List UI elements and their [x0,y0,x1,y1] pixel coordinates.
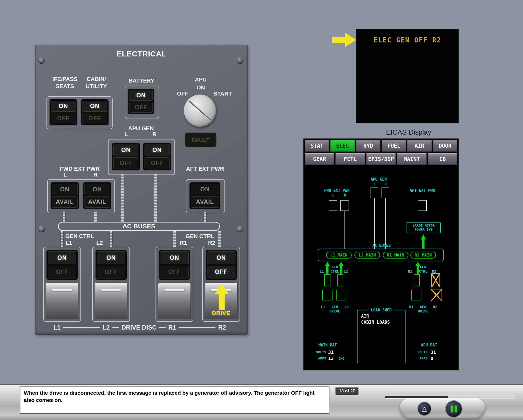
eject-button[interactable]: △ [418,402,431,416]
tab-gear[interactable]: GEAR [305,153,334,165]
tab-maint[interactable]: MAINT [397,153,426,165]
syn-power-flow-arrow [421,234,426,249]
syn-fwd-r: R [340,193,350,197]
advisory-display: ELEC GEN OFF R2 [356,29,459,123]
syn-main-volts-label: VOLTS [311,350,326,354]
aft-avail-legend: AVAIL [191,196,219,208]
large-motor-line2: POWER SYS [415,228,433,232]
apu-selector-knob[interactable] [184,95,216,127]
syn-large-motor-power-box: LARGE MOTOR POWER SYS [407,222,441,233]
syn-l2-generator [336,290,346,300]
syn-r2-generator-failed [431,289,442,301]
syn-aft-ext-pwr-label: AFT EXT PWR [405,188,440,193]
screw-icon [38,226,45,232]
r2-off-legend-lit: OFF [207,266,235,279]
apu-gen-l-on-legend: ON [113,144,138,156]
syn-fwd-ext-pwr-label: FWD EXT PWR [319,188,355,193]
apu-start-position-label: START [209,90,237,97]
gen-ctrl-left-label: GEN CTRL [54,233,105,240]
r1-drive-legend: DRIVE [158,310,191,317]
gen-ctrl-r2-switch[interactable]: ON OFF DRIVE [202,247,240,322]
apu-gen-r-switch[interactable]: ON OFF [143,142,171,171]
fwd-ext-pwr-r-switch[interactable]: ON AVAIL [82,182,112,209]
syn-gen-right: GEN [415,265,431,269]
gen-ctrl-l2-switch[interactable]: ON OFF DRIVE [92,247,130,322]
l2-guard-cover[interactable]: DRIVE [95,283,127,319]
aft-ext-pwr-switch-group: ON AVAIL [186,179,225,213]
screw-icon [237,57,243,64]
l1-guard-cover[interactable]: DRIVE [46,283,78,319]
eicas-tab-bar: STAT ELEC HYD FUEL AIR DOOR GEAR FCTL EF… [304,139,458,166]
narration-caption: When the drive is disconnected, the firs… [20,387,329,414]
cabin-utility-switch[interactable]: ON OFF [80,99,109,126]
syn-gen-left: GEN [327,265,342,269]
pause-button[interactable] [445,400,462,418]
syn-apu-gen-l: L [370,182,380,186]
tab-hyd[interactable]: HYD [356,140,381,152]
l1-on-legend: ON [48,251,76,264]
syn-apu-gen-label: APU GEN [363,177,394,182]
cabin-off-legend: OFF [82,113,107,124]
guard-bar [164,289,184,291]
l1-off-legend: OFF [48,266,76,279]
apu-off-position-label: OFF [172,90,193,97]
syn-bus-l2-main: L2 MAIN [354,252,380,259]
syn-load-shed-box: LOAD SHED AIR CABIN LOADS [357,310,406,363]
syn-apu-gen-r: R [381,182,391,186]
gen-ctrl-l1-switch[interactable]: ON OFF DRIVE [43,247,81,322]
tab-door[interactable]: DOOR [433,140,457,152]
fwd-l-on-legend: ON [52,184,78,195]
syn-bus-r2-main: R2 MAIN [410,252,436,259]
syn-fwd-ext-r-symbol [340,200,349,211]
syn-apu-gen-r-symbol [382,188,389,198]
syn-main-amps-value: 13 [328,356,338,361]
tab-efis-dsp[interactable]: EFIS/DSP [366,153,396,165]
aft-on-legend: ON [191,184,219,195]
apu-gen-r-label: R [148,131,161,138]
cabin-on-legend: ON [82,101,107,112]
screen: ELECTRICAL IFE/PASSSEATS CABIN/UTILITY O… [0,0,523,420]
callout-arrow-right-icon [332,33,356,47]
apu-gen-l-label: L [120,131,133,138]
drive-disc-label: DRIVE DISC [122,324,157,331]
apu-gen-l-switch[interactable]: ON OFF [112,142,140,171]
syn-feeder-line [333,211,333,249]
tab-air[interactable]: AIR [407,140,432,152]
syn-fwd-ext-l-symbol [329,200,337,211]
gen-ctrl-r1-label: R1 [177,239,190,247]
footer-bar: When the drive is disconnected, the firs… [0,384,523,420]
screw-icon [38,57,45,64]
fwd-ext-pwr-switch-group: ON AVAIL ON AVAIL [47,179,115,213]
syn-r-gen-line-label: R1 – GEN – R2 [404,305,442,309]
screw-icon [237,226,243,232]
cable-conduit [154,174,157,222]
r2-guard-cover[interactable]: DRIVE [205,283,237,319]
legend-line [63,327,100,328]
gen-ctrl-r1-switch[interactable]: ON OFF DRIVE [156,247,193,322]
page-indicator: 13 of 27 [335,387,359,395]
tab-elec[interactable]: ELEC [330,140,355,152]
r2-annunciator: ON OFF [205,250,237,280]
syn-apu-volts-value: 31 [431,349,442,355]
drive-disc-legend-row: L1 L2 DRIVE DISC R1 R2 [53,324,226,331]
fwd-r-avail-legend: AVAIL [84,196,110,208]
syn-bus-r1-main: R1 MAIN [383,252,408,259]
panel-title: ELECTRICAL [35,50,247,58]
ife-pass-seats-switch[interactable]: ON OFF [49,99,78,126]
tab-fctl[interactable]: FCTL [335,153,365,165]
battery-switch[interactable]: ON OFF [127,88,154,114]
ife-off-legend: OFF [51,113,76,124]
tab-fuel[interactable]: FUEL [382,140,406,152]
drive-disc-l2: L2 [103,324,110,331]
drive-disc-r1: R1 [168,324,176,331]
advisory-message: ELEC GEN OFF R2 [356,36,458,44]
syn-apu-amps-label: AMPS [412,356,427,360]
syn-apu-bat-title: APU BAT [415,343,443,347]
tab-stat[interactable]: STAT [305,140,329,152]
pause-icon [455,406,457,412]
r1-guard-cover[interactable]: DRIVE [158,283,191,319]
syn-bus-l1-main: L1 MAIN [326,252,352,259]
aft-ext-pwr-switch[interactable]: ON AVAIL [189,182,221,209]
tab-cb[interactable]: CB [428,153,457,165]
fwd-ext-pwr-l-switch[interactable]: ON AVAIL [50,182,79,209]
